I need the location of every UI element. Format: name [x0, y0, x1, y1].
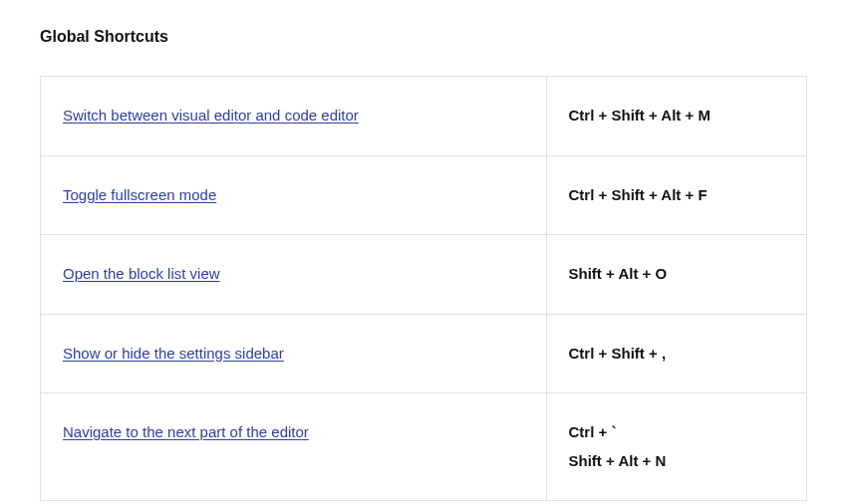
key-combo: Ctrl + ` — [569, 421, 784, 444]
shortcut-description-link[interactable]: Open the block list view — [63, 265, 220, 282]
key-combo: Ctrl + Shift + Alt + F — [569, 184, 784, 207]
table-row: Switch between visual editor and code ed… — [41, 77, 807, 156]
shortcut-keys: Ctrl + Shift + Alt + M — [546, 77, 806, 156]
shortcut-description-link[interactable]: Show or hide the settings sidebar — [63, 345, 284, 362]
key-combo: Ctrl + Shift + , — [569, 343, 784, 366]
shortcut-description-link[interactable]: Navigate to the next part of the editor — [63, 423, 309, 440]
key-combo: Shift + Alt + O — [569, 263, 784, 286]
shortcut-description-link[interactable]: Toggle fullscreen mode — [63, 186, 216, 203]
shortcut-keys: Ctrl + Shift + Alt + F — [546, 155, 806, 235]
section-title: Global Shortcuts — [40, 28, 807, 46]
table-row: Navigate to the next part of the editor … — [41, 393, 807, 501]
shortcuts-table: Switch between visual editor and code ed… — [40, 76, 807, 501]
shortcut-keys: Ctrl + Shift + , — [546, 314, 806, 393]
shortcut-description-link[interactable]: Switch between visual editor and code ed… — [63, 107, 359, 124]
shortcut-keys: Ctrl + ` Shift + Alt + N — [546, 393, 806, 501]
table-row: Open the block list view Shift + Alt + O — [41, 235, 807, 315]
key-combo: Ctrl + Shift + Alt + M — [569, 105, 784, 127]
table-row: Show or hide the settings sidebar Ctrl +… — [41, 314, 807, 393]
shortcut-keys: Shift + Alt + O — [546, 235, 806, 315]
table-row: Toggle fullscreen mode Ctrl + Shift + Al… — [41, 155, 807, 235]
key-combo: Shift + Alt + N — [569, 450, 784, 473]
